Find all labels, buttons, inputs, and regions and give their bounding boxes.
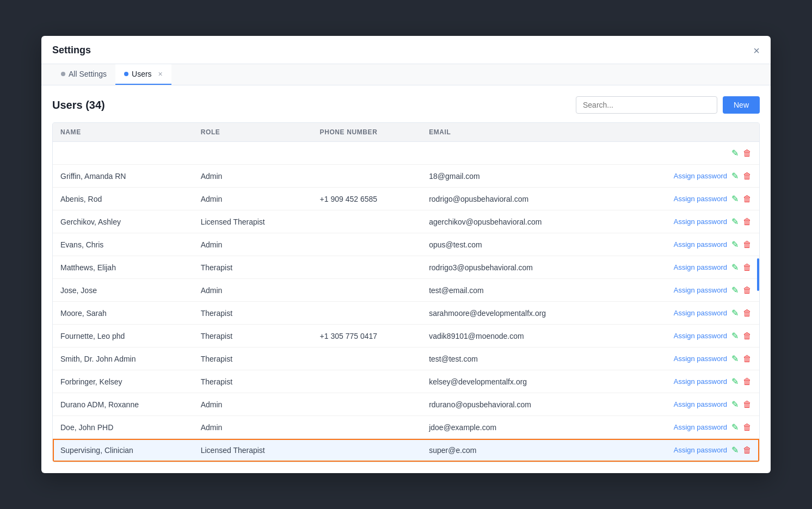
edit-icon[interactable]: ✎ <box>731 239 739 250</box>
cell-name: Doe, John PHD <box>53 416 193 439</box>
edit-icon[interactable]: ✎ <box>731 399 739 409</box>
assign-password-link[interactable]: Assign password <box>674 355 727 363</box>
edit-icon[interactable]: ✎ <box>731 445 739 455</box>
users-table: NAME ROLE PHONE NUMBER EMAIL ✎ 🗑 <box>53 123 759 462</box>
cell-actions: Assign password✎🗑 <box>619 165 759 188</box>
delete-icon[interactable]: 🗑 <box>743 217 752 227</box>
settings-modal: Settings × All Settings Users × Users (3… <box>41 36 771 473</box>
delete-icon[interactable]: 🗑 <box>743 194 752 204</box>
table-row: Smith, Dr. John AdminTherapisttest@test.… <box>53 347 759 370</box>
assign-password-link[interactable]: Assign password <box>674 286 727 294</box>
cell-email: rodrigo3@opusbehavioral.com <box>421 256 619 279</box>
delete-icon[interactable]: 🗑 <box>743 171 752 181</box>
delete-icon[interactable]: 🗑 <box>743 354 752 364</box>
delete-icon[interactable]: 🗑 <box>743 400 752 409</box>
cell-name: Jose, Jose <box>53 279 193 302</box>
assign-password-link[interactable]: Assign password <box>674 195 727 203</box>
modal-overlay: Settings × All Settings Users × Users (3… <box>0 0 812 509</box>
assign-password-link[interactable]: Assign password <box>674 218 727 226</box>
assign-password-link[interactable]: Assign password <box>674 172 727 180</box>
modal-close-button[interactable]: × <box>753 45 760 64</box>
delete-icon[interactable]: 🗑 <box>743 240 752 250</box>
cell-actions: Assign password✎🗑 <box>619 439 759 462</box>
assign-password-link[interactable]: Assign password <box>674 332 727 340</box>
cell-phone <box>312 256 422 279</box>
table-row: Gerchikov, AshleyLicensed Therapistagerc… <box>53 210 759 233</box>
users-table-container: NAME ROLE PHONE NUMBER EMAIL ✎ 🗑 <box>52 122 760 462</box>
modal-title: Settings <box>52 45 91 64</box>
tab-dot-all-settings <box>61 72 65 76</box>
cell-name: Abenis, Rod <box>53 188 193 210</box>
delete-icon[interactable]: 🗑 <box>743 423 752 432</box>
tab-dot-users <box>124 72 128 76</box>
assign-password-link[interactable]: Assign password <box>674 377 727 386</box>
table-row: Fournette, Leo phdTherapist+1 305 775 04… <box>53 325 759 347</box>
cell-phone <box>312 347 422 370</box>
cell-name: Evans, Chris <box>53 233 193 256</box>
tab-users[interactable]: Users × <box>115 64 171 85</box>
edit-icon[interactable]: ✎ <box>731 422 739 432</box>
cell-actions: ✎ 🗑 <box>619 142 759 165</box>
assign-password-link[interactable]: Assign password <box>674 423 727 431</box>
cell-phone <box>312 210 422 233</box>
search-input[interactable] <box>576 96 717 114</box>
scrollbar-indicator[interactable] <box>757 258 759 291</box>
edit-icon[interactable]: ✎ <box>731 331 739 341</box>
cell-actions: Assign password✎🗑 <box>619 210 759 233</box>
edit-icon[interactable]: ✎ <box>731 308 739 318</box>
assign-password-link[interactable]: Assign password <box>674 240 727 249</box>
cell-role: Therapist <box>193 370 312 393</box>
edit-icon[interactable]: ✎ <box>731 376 739 387</box>
table-row: ✎ 🗑 <box>53 142 759 165</box>
delete-icon[interactable]: 🗑 <box>743 285 752 295</box>
cell-actions: Assign password✎🗑 <box>619 416 759 439</box>
cell-email: jdoe@example.com <box>421 416 619 439</box>
cell-name: Smith, Dr. John Admin <box>53 347 193 370</box>
col-name: NAME <box>53 123 193 142</box>
cell-phone <box>312 142 422 165</box>
col-email: EMAIL <box>421 123 619 142</box>
edit-icon[interactable]: ✎ <box>731 285 739 295</box>
tab-close-users[interactable]: × <box>158 70 163 78</box>
toolbar: Users (34) New <box>52 96 760 114</box>
tab-all-settings[interactable]: All Settings <box>52 64 115 85</box>
edit-icon[interactable]: ✎ <box>731 262 739 272</box>
table-row: Moore, SarahTherapistsarahmoore@developm… <box>53 302 759 325</box>
cell-role: Admin <box>193 165 312 188</box>
assign-password-link[interactable]: Assign password <box>674 263 727 271</box>
cell-phone: +1 305 775 0417 <box>312 325 422 347</box>
cell-name: Gerchikov, Ashley <box>53 210 193 233</box>
tab-label-users: Users <box>132 70 152 78</box>
cell-email: agerchikov@opusbehavioral.com <box>421 210 619 233</box>
cell-email: opus@test.com <box>421 233 619 256</box>
edit-icon[interactable]: ✎ <box>731 148 739 158</box>
assign-password-link[interactable]: Assign password <box>674 400 727 408</box>
page-title: Users (34) <box>52 99 105 111</box>
cell-role: Therapist <box>193 347 312 370</box>
table-row: Evans, ChrisAdminopus@test.comAssign pas… <box>53 233 759 256</box>
cell-name <box>53 142 193 165</box>
delete-icon[interactable]: 🗑 <box>743 377 752 387</box>
cell-phone: +1 909 452 6585 <box>312 188 422 210</box>
delete-icon[interactable]: 🗑 <box>743 263 752 272</box>
delete-icon[interactable]: 🗑 <box>743 308 752 318</box>
delete-icon[interactable]: 🗑 <box>743 445 752 455</box>
edit-icon[interactable]: ✎ <box>731 216 739 227</box>
new-user-button[interactable]: New <box>723 96 760 114</box>
cell-phone <box>312 302 422 325</box>
cell-actions: Assign password✎🗑 <box>619 188 759 210</box>
edit-icon[interactable]: ✎ <box>731 171 739 181</box>
delete-icon[interactable]: 🗑 <box>743 331 752 341</box>
cell-phone <box>312 370 422 393</box>
assign-password-link[interactable]: Assign password <box>674 309 727 317</box>
delete-icon[interactable]: 🗑 <box>743 148 752 158</box>
cell-role: Licensed Therapist <box>193 210 312 233</box>
cell-email: rodrigo@opusbehavioral.com <box>421 188 619 210</box>
assign-password-link[interactable]: Assign password <box>674 446 727 454</box>
cell-phone <box>312 165 422 188</box>
edit-icon[interactable]: ✎ <box>731 353 739 364</box>
edit-icon[interactable]: ✎ <box>731 194 739 204</box>
cell-role: Licensed Therapist <box>193 439 312 462</box>
cell-role: Admin <box>193 233 312 256</box>
cell-email: sarahmoore@developmentalfx.org <box>421 302 619 325</box>
